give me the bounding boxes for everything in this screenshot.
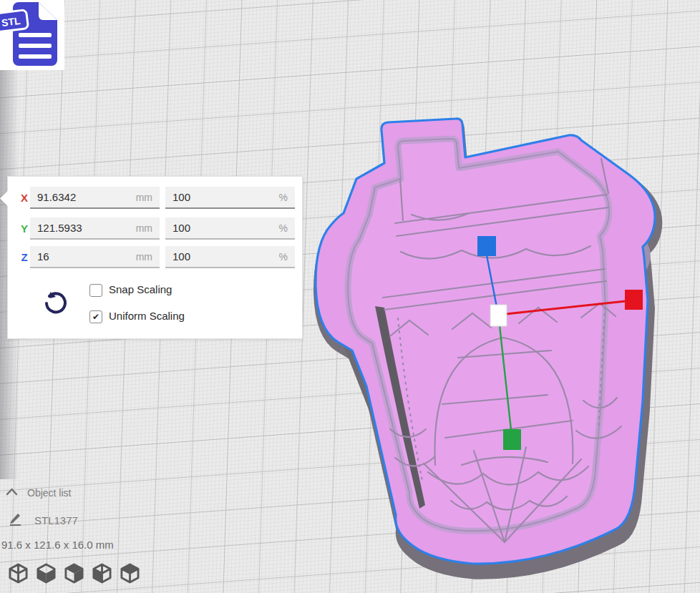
pencil-icon[interactable] <box>9 512 22 526</box>
reset-scale-button[interactable] <box>41 290 69 318</box>
gizmo-handle-z[interactable] <box>477 236 496 256</box>
chevron-up-icon[interactable] <box>6 488 18 496</box>
gizmo-handle-x[interactable] <box>625 290 643 310</box>
model-dimensions: 91.6 x 121.6 x 16.0 mm <box>1 539 114 551</box>
snap-scaling-label: Snap Scaling <box>109 283 172 296</box>
3d-view-button[interactable] <box>9 562 28 584</box>
uniform-scaling-label: Uniform Scaling <box>109 310 185 323</box>
axis-label-y: Y <box>18 217 31 240</box>
axis-label-z: Z <box>18 246 31 268</box>
scale-z-mm-input[interactable] <box>30 246 160 268</box>
uniform-scaling-checkbox[interactable]: ✔ <box>89 310 102 323</box>
scale-x-percent-input[interactable] <box>165 187 295 209</box>
right-side-view-button[interactable] <box>120 562 140 584</box>
top-view-button[interactable] <box>64 562 84 584</box>
scale-x-mm-input[interactable] <box>30 187 160 209</box>
reset-scale-icon <box>43 291 67 315</box>
view-orientation-toolbar <box>9 562 140 585</box>
cube-top-view-icon <box>64 562 84 584</box>
front-view-button[interactable] <box>37 562 56 584</box>
scale-z-percent-input[interactable] <box>165 246 295 268</box>
scale-y-mm-input[interactable] <box>30 217 160 240</box>
object-name[interactable]: STL1377 <box>34 514 78 526</box>
left-side-view-button[interactable] <box>92 562 112 584</box>
scale-y-percent-input[interactable] <box>165 217 295 240</box>
scale-tool-panel: X mm % Y mm % Z mm % Snap Scaling ✔ Unif… <box>7 176 303 339</box>
cube-3d-view-icon <box>9 562 28 584</box>
snap-scaling-checkbox[interactable] <box>89 284 102 297</box>
stl-label: STL <box>1 15 21 29</box>
axis-label-x: X <box>18 187 31 209</box>
gizmo-handle-center[interactable] <box>490 305 507 326</box>
object-list-label[interactable]: Object list <box>27 487 71 499</box>
model-top-face[interactable] <box>316 119 655 564</box>
cube-front-view-icon <box>37 562 56 584</box>
gizmo-handle-y[interactable] <box>503 429 521 450</box>
cube-left-view-icon <box>92 562 112 584</box>
stl-file-badge: STL <box>0 0 64 70</box>
cube-right-view-icon <box>120 562 140 584</box>
stl-document-icon: STL <box>0 0 64 70</box>
